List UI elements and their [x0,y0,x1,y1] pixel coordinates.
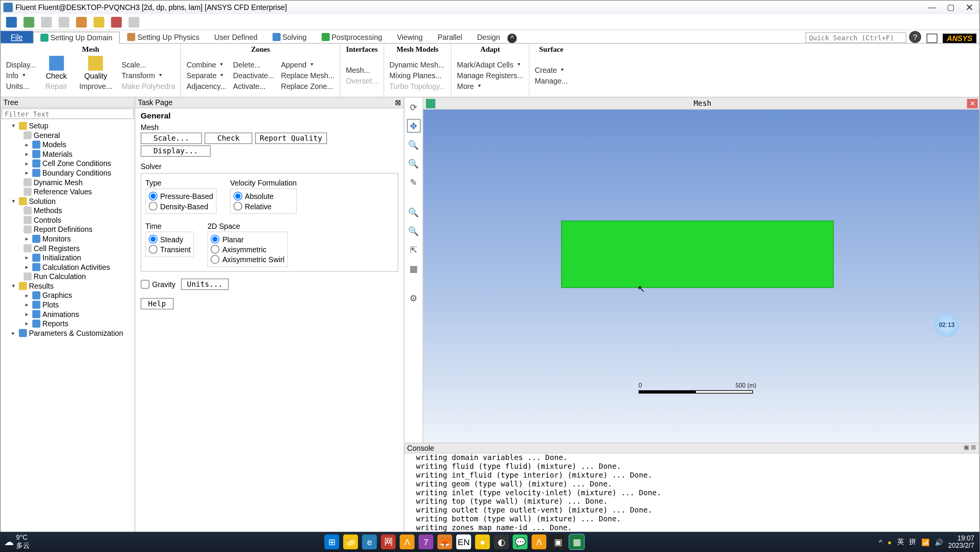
volume-icon[interactable]: 🔊 [935,538,943,545]
close-button[interactable]: ✕ [960,2,979,14]
info-button[interactable]: Info [5,70,25,80]
task-check-button[interactable]: Check [204,133,252,144]
app-icon[interactable]: Λ [400,534,415,549]
radio-steady[interactable]: Steady [149,235,191,243]
interfaces-mesh-button[interactable]: Mesh... [345,65,372,74]
task-close-icon[interactable]: ⊠ [395,98,401,107]
task-help-button[interactable]: Help [141,298,173,309]
sync-icon[interactable]: ⟳ [407,100,420,113]
tab-postprocessing[interactable]: Postprocessing [314,31,390,43]
separate-button[interactable]: Separate [185,70,223,80]
measure-icon[interactable]: ⇱ [407,243,420,256]
tree-node-cell-registers[interactable]: Cell Registers [2,243,133,253]
firefox-icon[interactable]: 🦊 [437,534,452,549]
mixing-planes-button[interactable]: Mixing Planes... [388,70,443,80]
qa-icon[interactable] [23,16,34,27]
tab-parallel[interactable]: Parallel [430,31,470,43]
tab-solving[interactable]: Solving [265,31,314,43]
replace-zone-button[interactable]: Replace Zone... [280,81,334,90]
tray-chevron-icon[interactable]: ^ [879,538,882,545]
clock[interactable]: 19:07 2023/2/7 [948,534,974,549]
terminal-icon[interactable]: ▣ [551,534,566,549]
adjacency-button[interactable]: Adjacency... [185,81,228,90]
qa-icon[interactable] [6,16,17,27]
tab-setting-up-domain[interactable]: Setting Up Domain [33,31,120,44]
tree-node-models[interactable]: ▸Models [2,140,133,150]
console-close-icon[interactable]: ⊠ [971,444,976,452]
zoom-in-icon[interactable]: 🔍 [407,138,420,151]
tree-node-methods[interactable]: Methods [2,206,133,215]
zoom-out-icon[interactable]: 🔍 [407,157,420,170]
fluent-icon[interactable]: ▦ [569,534,584,549]
tree-node-dynamic-mesh[interactable]: Dynamic Mesh [2,177,133,187]
tab-collapse[interactable]: ^ [508,34,517,43]
task-units-button[interactable]: Units... [181,279,229,290]
radio-planar[interactable]: Planar [211,235,284,243]
qa-icon[interactable] [59,16,69,27]
maximize-button[interactable]: ▢ [941,2,960,14]
dynamic-mesh-button[interactable]: Dynamic Mesh... [388,59,446,69]
tree-node-calc-activities[interactable]: ▸Calculation Activities [2,262,133,272]
radio-pressure-based[interactable]: Pressure-Based [149,192,213,200]
app-icon[interactable]: 网 [381,534,396,549]
layout-icon[interactable] [927,34,937,43]
combine-button[interactable]: Combine [185,59,223,69]
pan-icon[interactable]: ✥ [407,119,420,133]
ime-indicator[interactable]: EN [456,534,471,549]
tree-node-ref-values[interactable]: Reference Values [2,187,133,197]
tree-node-materials[interactable]: ▸Materials [2,150,133,159]
tab-setting-up-physics[interactable]: Setting Up Physics [120,31,207,43]
quality-button[interactable]: Quality Improve... [75,54,116,92]
radio-absolute[interactable]: Absolute [233,192,293,200]
display-button[interactable]: Display... [5,59,37,69]
task-scale-button[interactable]: Scale... [141,133,202,144]
create-button[interactable]: Create [533,65,564,74]
transform-button[interactable]: Transform [120,70,162,80]
qa-icon[interactable] [76,16,87,27]
tree-node-results[interactable]: ▾Results [2,281,133,291]
radio-transient[interactable]: Transient [149,245,191,254]
tab-user-defined[interactable]: User Defined [207,31,265,43]
manage-registers-button[interactable]: Manage Registers... [456,70,525,80]
activate-button[interactable]: Activate... [232,81,267,90]
tree-node-general[interactable]: General [2,130,133,140]
qa-icon[interactable] [128,16,139,27]
ime-mode[interactable]: 英 [897,537,904,547]
tree-node-parameters[interactable]: ▸Parameters & Customization [2,328,133,338]
manage-button[interactable]: Manage... [533,76,569,85]
scale-button[interactable]: Scale... [120,59,148,69]
check-button[interactable]: Check Repair [41,54,71,92]
minimize-button[interactable]: — [922,2,941,14]
options-icon[interactable]: ⚙ [407,291,420,305]
delete-button[interactable]: Delete... [232,59,262,69]
tree-node-cell-zone[interactable]: ▸Cell Zone Conditions [2,159,133,168]
tree-node-plots[interactable]: ▸Plots [2,300,133,310]
deactivate-button[interactable]: Deactivate... [232,70,275,80]
qa-icon[interactable] [41,16,52,27]
app-icon[interactable]: ◐ [494,534,509,549]
wifi-icon[interactable]: 📶 [921,538,929,545]
edge-icon[interactable]: e [362,534,377,549]
app-icon[interactable]: 7 [419,534,434,549]
quick-search-input[interactable] [806,32,906,43]
ime-full[interactable]: 拼 [909,537,916,547]
camera-icon[interactable]: ▦ [407,262,420,275]
qa-icon[interactable] [94,16,104,27]
viewport-close-icon[interactable]: ✕ [967,99,978,108]
tree-node-run-calculation[interactable]: Run Calculation [2,272,133,281]
tree-node-animations[interactable]: ▸Animations [2,309,133,319]
viewport[interactable]: ↖ 0500 (m) 02:13 [423,110,979,443]
tree-node-reports[interactable]: ▸Reports [2,319,133,329]
tree-node-controls[interactable]: Controls [2,215,133,225]
tab-file[interactable]: File [1,31,33,43]
radio-axisymmetric[interactable]: Axisymmetric [211,245,284,254]
radio-relative[interactable]: Relative [233,202,293,211]
radio-density-based[interactable]: Density-Based [149,202,213,211]
wechat-icon[interactable]: 💬 [513,534,528,549]
zoom-box-icon[interactable]: 🔍 [407,224,420,237]
task-display-button[interactable]: Display... [141,145,211,157]
more-button[interactable]: More [456,81,481,90]
tree-node-monitors[interactable]: ▸Monitors [2,234,133,244]
qa-icon[interactable] [111,16,122,27]
console-pop-icon[interactable]: ▣ [964,444,970,452]
